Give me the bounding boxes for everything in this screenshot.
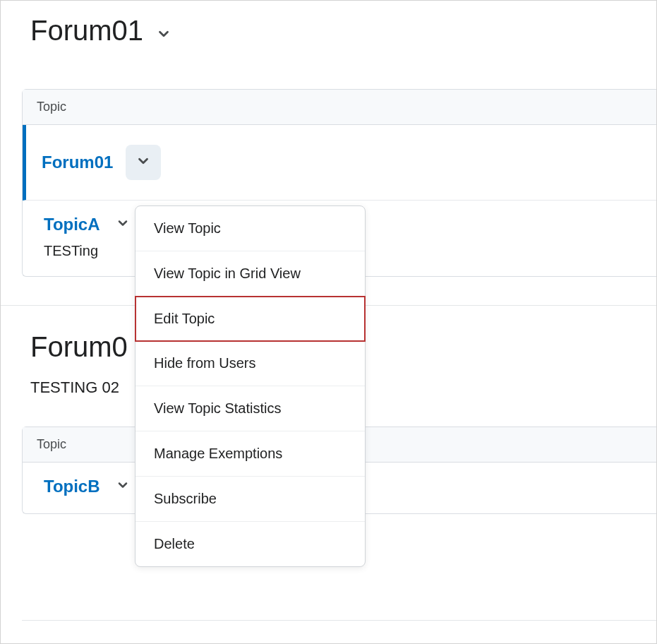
menu-item-edit-topic[interactable]: Edit Topic (135, 296, 366, 342)
chevron-down-icon[interactable] (156, 20, 171, 42)
forum-link[interactable]: Forum01 (42, 153, 113, 172)
menu-item-view-topic-in-grid-view[interactable]: View Topic in Grid View (135, 251, 365, 297)
chevron-down-icon (135, 153, 151, 172)
forum-title: Forum01 (30, 15, 143, 47)
menu-item-view-topic[interactable]: View Topic (135, 206, 365, 251)
forum-heading-row: Forum01 (1, 15, 656, 47)
menu-item-hide-from-users[interactable]: Hide from Users (135, 341, 365, 386)
chevron-down-icon (116, 216, 130, 233)
forum-row: Forum01 (23, 125, 656, 201)
topic-actions-button-2[interactable] (116, 478, 130, 495)
menu-item-manage-exemptions[interactable]: Manage Exemptions (135, 431, 365, 477)
topic-link[interactable]: TopicA (44, 215, 100, 234)
context-menu: View TopicView Topic in Grid ViewEdit To… (135, 205, 366, 567)
table-header-topic: Topic (23, 90, 656, 125)
topic-actions-button[interactable] (116, 216, 130, 233)
section-divider (22, 620, 656, 621)
chevron-down-icon (116, 478, 130, 495)
menu-item-view-topic-statistics[interactable]: View Topic Statistics (135, 386, 365, 431)
forum-actions-button[interactable] (126, 145, 161, 180)
menu-item-subscribe[interactable]: Subscribe (135, 477, 365, 522)
menu-item-delete[interactable]: Delete (135, 522, 365, 566)
topic-link-2[interactable]: TopicB (44, 477, 100, 496)
